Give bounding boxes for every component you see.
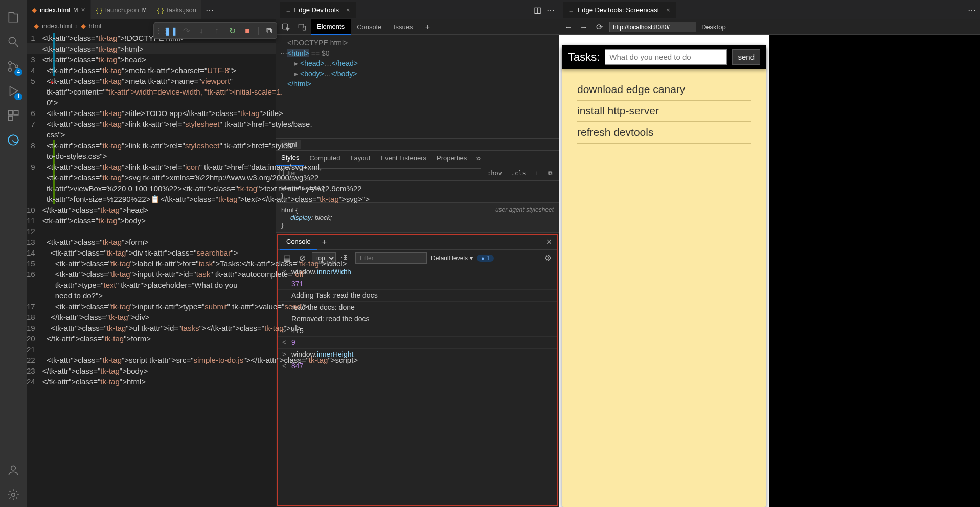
tab-event-listeners[interactable]: Event Listeners	[375, 151, 431, 166]
task-input[interactable]	[605, 49, 727, 65]
scm-icon[interactable]: 4	[1, 54, 26, 79]
search-icon[interactable]	[1, 30, 26, 54]
edge-icon[interactable]	[1, 128, 26, 152]
restart-icon[interactable]: ↻	[226, 25, 238, 36]
split-icon[interactable]: ◫	[534, 5, 541, 15]
svg-rect-8	[8, 116, 13, 121]
step-into-icon[interactable]: ↓	[196, 25, 207, 36]
debug-icon[interactable]: 1	[1, 79, 26, 103]
reload-icon[interactable]: ⟳	[594, 22, 604, 32]
hov-toggle[interactable]: :hov	[484, 169, 505, 178]
svg-rect-7	[14, 110, 18, 115]
settings-icon[interactable]	[1, 482, 26, 507]
close-drawer-icon[interactable]: ×	[543, 237, 555, 247]
new-style-icon[interactable]: +	[532, 169, 542, 178]
tab-issues[interactable]: Issues	[388, 19, 419, 35]
url-input[interactable]	[609, 22, 696, 32]
svg-point-3	[9, 68, 11, 71]
account-icon[interactable]	[1, 458, 26, 482]
svg-rect-6	[8, 110, 13, 115]
task-item[interactable]: refresh devtools	[577, 122, 751, 144]
screencast-panel: ≡ Edge DevTools: Screencast × ⋯ ← → ⟳ De…	[559, 0, 980, 507]
toggle-panel-icon[interactable]: ⧉	[545, 169, 556, 178]
extensions-icon[interactable]	[1, 103, 26, 128]
tab-index-html[interactable]: ◆ index.html M ×	[27, 0, 91, 19]
editor-tabs: ◆ index.html M × { } launch.json M { } t…	[27, 0, 276, 19]
tab-overflow-icon[interactable]: ⋯	[202, 0, 217, 19]
send-button[interactable]: send	[732, 49, 760, 65]
preview-icon: ≡	[569, 6, 574, 14]
svg-point-10	[11, 466, 16, 470]
step-over-icon[interactable]: ↷	[180, 25, 192, 36]
svg-point-11	[12, 493, 15, 497]
more-icon[interactable]: ⋯	[968, 5, 976, 15]
task-item[interactable]: download edge canary	[577, 79, 751, 101]
issues-badge[interactable]: ● 1	[477, 255, 494, 262]
breadcrumb-symbol[interactable]: html	[89, 22, 102, 30]
tab-properties[interactable]: Properties	[431, 151, 472, 166]
tab-launch-json[interactable]: { } launch.json M	[91, 0, 152, 19]
pause-icon[interactable]: ❚❚	[165, 25, 176, 36]
tasks-label: Tasks:	[568, 51, 600, 64]
svg-point-2	[9, 62, 11, 64]
drag-handle-icon[interactable]: ⋮⋮	[156, 27, 161, 34]
explorer-icon[interactable]	[1, 5, 26, 30]
forward-icon[interactable]: →	[579, 22, 589, 32]
log-levels-select[interactable]: Default levels ▾	[431, 255, 473, 262]
stop-icon[interactable]: ■	[242, 25, 253, 36]
close-icon[interactable]: ×	[666, 6, 670, 14]
code-editor[interactable]: ▸ 12345678910111213141516171819202122232…	[27, 32, 276, 507]
breadcrumb-file[interactable]: index.html	[42, 22, 72, 30]
console-settings-icon[interactable]: ⚙	[542, 252, 554, 264]
add-tab-icon[interactable]: +	[420, 22, 435, 32]
step-out-icon[interactable]: ↑	[211, 25, 222, 36]
tab-tasks-json[interactable]: { } tasks.json	[152, 0, 202, 19]
devtools-launch-icon[interactable]: ⧉	[263, 25, 275, 36]
more-tabs-icon[interactable]: »	[472, 151, 485, 166]
close-icon[interactable]: ×	[81, 6, 85, 14]
activity-bar: 4 1	[0, 0, 27, 507]
preview-icon: ≡	[286, 6, 290, 14]
close-icon[interactable]: ×	[346, 6, 350, 14]
svg-line-1	[15, 43, 18, 47]
device-mode[interactable]: Desktop	[701, 23, 726, 31]
back-icon[interactable]: ←	[563, 22, 574, 32]
debug-badge: 1	[14, 93, 22, 100]
screencast-title: ≡ Edge DevTools: Screencast ×	[563, 2, 676, 18]
task-item[interactable]: install http-server	[577, 101, 751, 122]
devtools-title: ≡ Edge DevTools ×	[280, 2, 356, 18]
editor-panel: ◆ index.html M × { } launch.json M { } t…	[27, 0, 276, 507]
more-icon[interactable]: ⋯	[546, 5, 555, 15]
svg-point-0	[9, 37, 15, 44]
cls-toggle[interactable]: .cls	[508, 169, 529, 178]
scm-badge: 4	[14, 68, 22, 76]
rendered-page[interactable]: Tasks: send download edge canaryinstall …	[559, 35, 769, 507]
debug-toolbar[interactable]: ⋮⋮ ❚❚ ↷ ↓ ↑ ↻ ■ | ⧉	[153, 22, 277, 39]
